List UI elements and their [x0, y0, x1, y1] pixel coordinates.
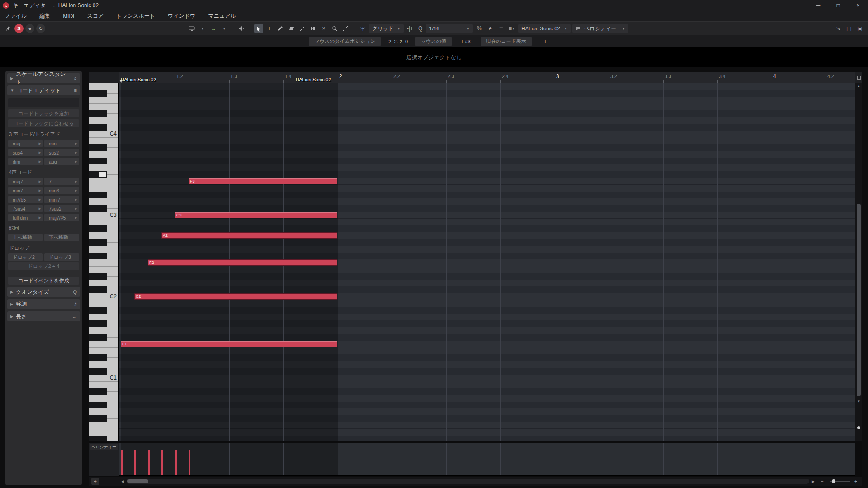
chord-button-7[interactable]: 7▶	[44, 178, 79, 185]
scroll-down-arrow-icon[interactable]: ▼	[855, 399, 862, 404]
chord-play-arrow-icon[interactable]: ▶	[39, 198, 41, 202]
chord-play-arrow-icon[interactable]: ▶	[75, 189, 77, 192]
chord-play-arrow-icon[interactable]: ▶	[39, 216, 41, 220]
solo-editor-button[interactable]	[187, 24, 196, 33]
autoscroll-button[interactable]: →	[209, 24, 218, 33]
open-in-lower-zone-icon[interactable]: ↘	[834, 24, 843, 33]
scroll-left-arrow-icon[interactable]: ◄	[119, 478, 126, 485]
record-circle-icon[interactable]: ●	[25, 24, 34, 33]
velocity-bar-F3[interactable]	[189, 450, 190, 475]
minimize-button[interactable]: ─	[808, 0, 828, 11]
section-scale-assistant[interactable]: ▶ スケールアシスタント ♫	[7, 73, 80, 83]
line-tool-button[interactable]	[341, 24, 350, 33]
menu-item[interactable]: ファイル	[5, 12, 27, 20]
part-name-label[interactable]: HALion Sonic 02	[296, 77, 331, 82]
velocity-bar-F2[interactable]	[148, 450, 150, 475]
midi-note-C2[interactable]: C2	[134, 293, 337, 300]
piano-keyboard[interactable]: C4C3C2C1	[89, 83, 119, 441]
info-field-value[interactable]: 2. 2. 2. 0	[382, 38, 414, 46]
vertical-scroll-thumb[interactable]	[857, 204, 861, 396]
add-chord-track-button[interactable]: コードトラックを追加	[8, 109, 79, 117]
part-selector-dropdown[interactable]: HALion Sonic 02▼	[518, 24, 571, 33]
erase-tool-button[interactable]	[287, 24, 296, 33]
close-button[interactable]: ×	[848, 0, 868, 11]
chord-play-arrow-icon[interactable]: ▶	[39, 142, 41, 145]
controller-lane-header[interactable]: ベロシティー	[89, 443, 119, 476]
chord-button-maj[interactable]: maj▶	[8, 140, 43, 147]
midi-note-F1[interactable]: F1	[121, 341, 337, 347]
velocity-bar-A2[interactable]	[161, 450, 163, 475]
snap-type-button[interactable]: -|+	[406, 24, 415, 33]
vzoom-slider-handle[interactable]	[857, 426, 860, 429]
note-grid[interactable]: F1C2F2A2C3F3	[119, 83, 855, 441]
menu-item[interactable]: トランスポート	[116, 12, 155, 20]
acoustic-feedback-speaker-icon[interactable]	[237, 24, 246, 33]
chord-button-minj7[interactable]: minj7▶	[44, 196, 79, 203]
ruler-corner-button[interactable]	[855, 72, 862, 83]
controller-lane-dropdown[interactable]: ベロシティー▼	[572, 24, 628, 33]
chord-button-sus2[interactable]: sus2▶	[44, 149, 79, 156]
menu-item[interactable]: スコア	[87, 12, 104, 20]
midi-note-F2[interactable]: F2	[148, 259, 337, 266]
autoscroll-dropdown-arrow-icon[interactable]: ▼	[220, 24, 229, 33]
chord-button-m7b5[interactable]: m7/b5▶	[8, 196, 43, 203]
chord-play-arrow-icon[interactable]: ▶	[39, 180, 41, 183]
glue-tool-button[interactable]	[308, 24, 317, 33]
chord-play-arrow-icon[interactable]: ▶	[75, 198, 77, 202]
menu-item[interactable]: MIDI	[63, 13, 74, 19]
chord-button-7sus2[interactable]: 7sus2▶	[44, 205, 79, 212]
solo-editor-dropdown-arrow-icon[interactable]: ▼	[198, 24, 207, 33]
draw-tool-button[interactable]	[276, 24, 285, 33]
chord-button-7sus4[interactable]: 7sus4▶	[8, 205, 43, 212]
chord-play-arrow-icon[interactable]: ▶	[75, 180, 77, 183]
chord-play-arrow-icon[interactable]: ▶	[75, 207, 77, 211]
chord-button-[interactable]: 下へ移動	[44, 234, 79, 241]
chord-button-3[interactable]: ドロップ3	[44, 253, 79, 261]
mute-tool-button[interactable]: ×	[319, 24, 328, 33]
velocity-bar-C3[interactable]	[175, 450, 177, 475]
horizontal-scroll-track[interactable]	[127, 479, 809, 484]
velocity-bar-F1[interactable]	[121, 450, 123, 475]
step-input-icon[interactable]: ≣	[496, 24, 505, 33]
section-quantize[interactable]: ▶ クオンタイズ Q	[7, 287, 80, 297]
snap-toggle-button[interactable]: >|<	[358, 24, 367, 33]
midi-note-C3[interactable]: C3	[175, 212, 337, 218]
chord-button-2[interactable]: ドロップ2	[8, 253, 43, 261]
section-length[interactable]: ▶ 長さ ↔	[7, 311, 80, 321]
feedback-loop-icon[interactable]: ↻	[36, 24, 45, 33]
chord-button-[interactable]: 上へ移動	[8, 234, 43, 241]
ruler-scale[interactable]: 1.21.31.422.22.32.433.23.33.444.2HALion …	[119, 72, 855, 83]
chord-button-min7[interactable]: min7▶	[8, 187, 43, 194]
drop-2-4-button[interactable]: ドロップ2 + 4	[8, 262, 79, 270]
quantize-panel-button[interactable]: e	[486, 24, 495, 33]
menu-item[interactable]: 編集	[39, 12, 50, 20]
match-chord-track-button[interactable]: コードトラックに合わせる	[8, 119, 79, 127]
setup-toolbar-icon[interactable]: ▣	[855, 24, 864, 33]
chord-button-maj7#5[interactable]: maj7/#5▶	[44, 214, 79, 221]
lane-resize-handle[interactable]	[486, 441, 499, 442]
select-tool-button[interactable]	[254, 24, 263, 33]
section-transpose[interactable]: ▶ 移調 ♯	[7, 299, 80, 309]
hzoom-in-button[interactable]: +	[853, 478, 859, 485]
chord-play-arrow-icon[interactable]: ▶	[39, 189, 41, 192]
info-field-value[interactable]: F	[533, 38, 559, 46]
velocity-lane[interactable]	[119, 443, 855, 476]
pin-icon[interactable]	[4, 24, 13, 33]
quantize-preset-dropdown[interactable]: 1/16▼	[426, 24, 473, 33]
chord-button-min6[interactable]: min6▶	[44, 187, 79, 194]
section-chord-edit[interactable]: ▼ コードエディット ≡	[7, 85, 80, 95]
info-field-value[interactable]: F#3	[453, 38, 479, 46]
horizontal-scroll-thumb[interactable]	[127, 479, 148, 483]
maximize-button[interactable]: □	[828, 0, 848, 11]
chord-play-arrow-icon[interactable]: ▶	[75, 142, 77, 145]
trim-tool-button[interactable]	[297, 24, 307, 33]
velocity-bar-C2[interactable]	[134, 450, 136, 475]
midi-note-A2[interactable]: A2	[161, 232, 337, 239]
midi-note-F3[interactable]: F3	[189, 178, 337, 184]
chord-button-fulldim[interactable]: full dim▶	[8, 214, 43, 221]
iterative-quantize-button[interactable]: %	[475, 24, 484, 33]
hzoom-slider[interactable]	[830, 481, 850, 482]
chord-button-dim[interactable]: dim▶	[8, 158, 43, 165]
chord-play-arrow-icon[interactable]: ▶	[39, 151, 41, 155]
chord-button-min[interactable]: min.▶	[44, 140, 79, 147]
